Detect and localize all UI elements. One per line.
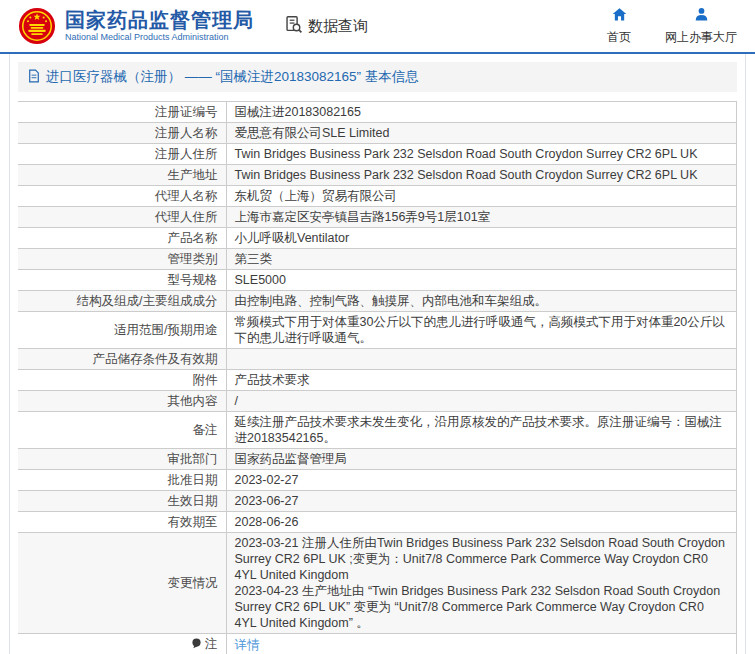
row-label: 代理人名称	[18, 186, 226, 207]
table-row: 批准日期2023-02-27	[18, 470, 737, 491]
detail-link[interactable]: 详情	[235, 638, 260, 652]
table-row: 审批部门国家药品监督管理局	[18, 449, 737, 470]
header-nav: 首页 网上办事大厅	[607, 6, 741, 46]
breadcrumb: 进口医疗器械（注册） —— “国械注进20183082165” 基本信息	[18, 62, 737, 92]
row-label: 生效日期	[18, 491, 226, 512]
row-value: 东机贸（上海）贸易有限公司	[226, 186, 737, 207]
org-name-cn: 国家药品监督管理局	[65, 9, 254, 31]
row-value: 小儿呼吸机Ventilator	[226, 228, 737, 249]
row-label: 生产地址	[18, 165, 226, 186]
table-row: 产品储存条件及有效期	[18, 349, 737, 370]
data-query-icon	[284, 15, 303, 37]
content-panel: 进口医疗器械（注册） —— “国械注进20183082165” 基本信息 注册证…	[9, 54, 746, 654]
table-row: 附件产品技术要求	[18, 370, 737, 391]
table-row: 型号规格SLE5000	[18, 270, 737, 291]
note-icon	[191, 637, 202, 653]
table-row: 注详情	[18, 634, 737, 654]
table-row: 生产地址Twin Bridges Business Park 232 Selsd…	[18, 165, 737, 186]
row-label: 注册人名称	[18, 123, 226, 144]
row-value: 上海市嘉定区安亭镇昌吉路156弄9号1层101室	[226, 207, 737, 228]
row-value: 2023-03-21 注册人住所由Twin Bridges Business P…	[226, 533, 737, 634]
row-label: 有效期至	[18, 512, 226, 533]
table-row: 代理人住所上海市嘉定区安亭镇昌吉路156弄9号1层101室	[18, 207, 737, 228]
data-query-label: 数据查询	[308, 17, 368, 36]
nav-item-label: 首页	[607, 29, 631, 46]
row-value: Twin Bridges Business Park 232 Selsdon R…	[226, 144, 737, 165]
home-icon	[611, 6, 628, 26]
header: 国家药品监督管理局 National Medical Products Admi…	[0, 0, 755, 54]
table-row: 其他内容/	[18, 391, 737, 412]
row-value: 爱思意有限公司SLE Limited	[226, 123, 737, 144]
table-row: 产品名称小儿呼吸机Ventilator	[18, 228, 737, 249]
row-label: 注册人住所	[18, 144, 226, 165]
row-label: 注册证编号	[18, 102, 226, 123]
row-label: 其他内容	[18, 391, 226, 412]
table-row: 注册证编号国械注进20183082165	[18, 102, 737, 123]
row-value: 延续注册产品技术要求未发生变化，沿用原核发的产品技术要求。原注册证编号：国械注进…	[226, 412, 737, 449]
table-row: 备注延续注册产品技术要求未发生变化，沿用原核发的产品技术要求。原注册证编号：国械…	[18, 412, 737, 449]
row-label: 审批部门	[18, 449, 226, 470]
row-value	[226, 349, 737, 370]
table-row: 变更情况2023-03-21 注册人住所由Twin Bridges Busine…	[18, 533, 737, 634]
site-logo[interactable]: 国家药品监督管理局 National Medical Products Admi…	[18, 7, 254, 45]
info-table-body: 注册证编号国械注进20183082165注册人名称爱思意有限公司SLE Limi…	[18, 102, 737, 654]
table-row: 注册人名称爱思意有限公司SLE Limited	[18, 123, 737, 144]
table-row: 注册人住所Twin Bridges Business Park 232 Sels…	[18, 144, 737, 165]
row-value: 2023-02-27	[226, 470, 737, 491]
registration-info-table: 注册证编号国械注进20183082165注册人名称爱思意有限公司SLE Limi…	[18, 101, 737, 654]
row-label: 型号规格	[18, 270, 226, 291]
nav-item-service-hall[interactable]: 网上办事大厅	[665, 6, 737, 46]
person-icon	[693, 6, 710, 26]
row-label: 代理人住所	[18, 207, 226, 228]
row-label: 结构及组成/主要组成成分	[18, 291, 226, 312]
row-label: 适用范围/预期用途	[18, 312, 226, 349]
table-row: 代理人名称东机贸（上海）贸易有限公司	[18, 186, 737, 207]
row-value: 国械注进20183082165	[226, 102, 737, 123]
table-row: 有效期至2028-06-26	[18, 512, 737, 533]
table-row: 生效日期2023-06-27	[18, 491, 737, 512]
breadcrumb-text: 进口医疗器械（注册） —— “国械注进20183082165” 基本信息	[46, 68, 419, 86]
row-value: 国家药品监督管理局	[226, 449, 737, 470]
row-value: 2028-06-26	[226, 512, 737, 533]
data-query-button[interactable]: 数据查询	[284, 15, 368, 37]
row-value: SLE5000	[226, 270, 737, 291]
table-row: 管理类别第三类	[18, 249, 737, 270]
row-value: 第三类	[226, 249, 737, 270]
row-label: 附件	[18, 370, 226, 391]
row-value: 详情	[226, 634, 737, 654]
org-name-en: National Medical Products Administration	[65, 33, 254, 43]
table-row: 适用范围/预期用途常频模式下用于对体重30公斤以下的患儿进行呼吸通气，高频模式下…	[18, 312, 737, 349]
row-label: 备注	[18, 412, 226, 449]
row-label: 注	[18, 634, 226, 654]
row-value: /	[226, 391, 737, 412]
row-label: 批准日期	[18, 470, 226, 491]
row-value: 产品技术要求	[226, 370, 737, 391]
nav-item-label: 网上办事大厅	[665, 29, 737, 46]
national-emblem-icon	[18, 7, 56, 45]
row-value: Twin Bridges Business Park 232 Selsdon R…	[226, 165, 737, 186]
row-label: 产品储存条件及有效期	[18, 349, 226, 370]
row-label: 变更情况	[18, 533, 226, 634]
row-value: 由控制电路、控制气路、触摸屏、内部电池和车架组成。	[226, 291, 737, 312]
document-icon	[28, 69, 40, 86]
row-value: 2023-06-27	[226, 491, 737, 512]
nav-item-home[interactable]: 首页	[607, 6, 631, 46]
row-label: 产品名称	[18, 228, 226, 249]
table-row: 结构及组成/主要组成成分由控制电路、控制气路、触摸屏、内部电池和车架组成。	[18, 291, 737, 312]
row-label: 管理类别	[18, 249, 226, 270]
row-value: 常频模式下用于对体重30公斤以下的患儿进行呼吸通气，高频模式下用于对体重20公斤…	[226, 312, 737, 349]
